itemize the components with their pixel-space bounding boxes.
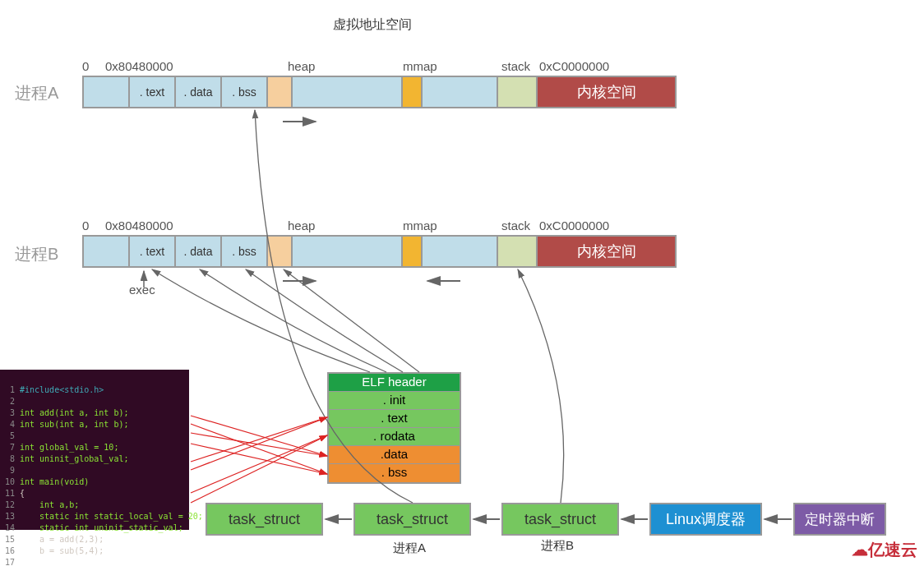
procB-exec: exec bbox=[129, 283, 155, 297]
elf-text: . text bbox=[329, 410, 460, 428]
logo-icon: ☁ bbox=[852, 541, 868, 559]
procB-seg-gap1 bbox=[84, 237, 130, 266]
task2-label: 进程A bbox=[393, 541, 426, 556]
procA-seg-gap2 bbox=[293, 77, 403, 107]
procB-heap: heap bbox=[288, 219, 315, 232]
elf-to-bss-line bbox=[246, 269, 403, 372]
procA-stack: stack bbox=[501, 59, 530, 73]
procB-zero: 0 bbox=[82, 219, 89, 232]
procA-seg-gap1 bbox=[84, 77, 130, 107]
procB-seg-heap bbox=[268, 237, 293, 266]
process-a-memory-bar: . text . data . bss 内核空间 bbox=[82, 76, 677, 108]
procA-seg-gap3 bbox=[423, 77, 498, 107]
procB-seg-bss: . bss bbox=[222, 237, 268, 266]
elf-to-heap-line bbox=[284, 269, 419, 372]
procA-mmap: mmap bbox=[403, 59, 437, 73]
procB-seg-mmap bbox=[403, 237, 423, 266]
elf-rodata: . rodata bbox=[329, 428, 460, 446]
procB-seg-text: . text bbox=[130, 237, 176, 266]
procB-addr1: 0x80480000 bbox=[105, 219, 173, 232]
procB-kaddr: 0xC0000000 bbox=[539, 219, 609, 232]
procA-addr1: 0x80480000 bbox=[105, 59, 173, 73]
procB-seg-gap2 bbox=[293, 237, 403, 266]
red-arrow-3 bbox=[191, 416, 327, 456]
procA-seg-bss: . bss bbox=[222, 77, 268, 107]
task-struct-3: task_struct bbox=[501, 503, 619, 536]
red-arrow-5 bbox=[191, 417, 327, 462]
procB-seg-data: . data bbox=[176, 237, 222, 266]
procA-seg-stack bbox=[498, 77, 538, 107]
process-a-label: 进程A bbox=[15, 82, 58, 104]
procA-zero: 0 bbox=[82, 59, 89, 73]
procB-seg-stack bbox=[498, 237, 538, 266]
red-arrow-4 bbox=[191, 424, 327, 474]
red-arrow-7 bbox=[191, 435, 327, 493]
elf-structure: ELF header . init . text . rodata .data … bbox=[327, 372, 461, 484]
elf-to-data-line bbox=[200, 269, 386, 372]
procA-seg-text: . text bbox=[130, 77, 176, 107]
procB-seg-gap3 bbox=[423, 237, 498, 266]
elf-init: . init bbox=[329, 392, 460, 410]
code-editor: 1#include<stdio.h> 2 3int add(int a, int… bbox=[0, 370, 189, 530]
task3-label: 进程B bbox=[541, 538, 574, 554]
procA-kaddr: 0xC0000000 bbox=[539, 59, 609, 73]
red-arrow-2 bbox=[191, 444, 327, 474]
diagram-title: 虚拟地址空间 bbox=[333, 16, 412, 34]
elf-header: ELF header bbox=[329, 374, 460, 392]
procA-seg-data: . data bbox=[176, 77, 222, 107]
procA-heap: heap bbox=[288, 59, 315, 73]
logo: ☁亿速云 bbox=[852, 539, 917, 561]
task-struct-2: task_struct bbox=[353, 503, 471, 536]
procB-seg-kernel: 内核空间 bbox=[538, 237, 675, 266]
task-struct-1: task_struct bbox=[206, 503, 323, 536]
procA-seg-mmap bbox=[403, 77, 423, 107]
elf-data: .data bbox=[329, 446, 460, 464]
process-b-label: 进程B bbox=[15, 243, 58, 265]
elf-bss: . bss bbox=[329, 464, 460, 482]
procB-mmap: mmap bbox=[403, 219, 437, 232]
procA-seg-heap bbox=[268, 77, 293, 107]
linux-scheduler: Linux调度器 bbox=[649, 503, 762, 536]
process-b-memory-bar: . text . data . bss 内核空间 bbox=[82, 235, 677, 268]
timer-interrupt: 定时器中断 bbox=[793, 503, 886, 536]
procA-seg-kernel: 内核空间 bbox=[538, 77, 675, 107]
red-arrow-6 bbox=[191, 417, 327, 470]
procB-stack: stack bbox=[501, 219, 530, 232]
elf-to-text-line bbox=[152, 269, 370, 372]
taskB-to-procB-line bbox=[518, 269, 564, 503]
red-arrow-1 bbox=[191, 433, 327, 456]
red-arrow-8 bbox=[191, 435, 327, 503]
